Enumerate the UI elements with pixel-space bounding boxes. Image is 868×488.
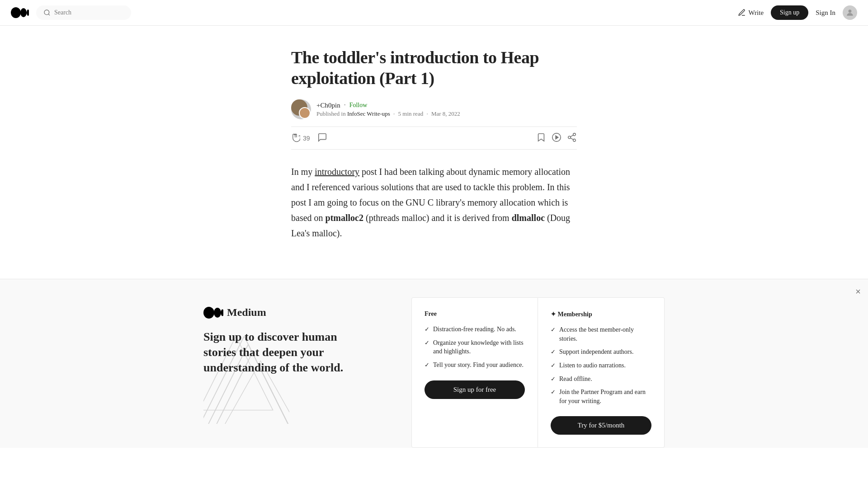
nav-right: Write Sign up Sign In (738, 5, 858, 20)
article: The toddler's introduction to Heap explo… (280, 26, 588, 279)
nav-left (11, 5, 131, 20)
article-body: In my introductory post I had been talki… (291, 164, 577, 241)
membership-plan-label: ✦ Membership (551, 310, 651, 318)
svg-point-15 (214, 308, 221, 318)
svg-point-11 (573, 139, 576, 142)
signup-button[interactable]: Sign up (771, 5, 808, 20)
svg-point-14 (203, 307, 214, 319)
svg-point-0 (11, 7, 21, 18)
comment-button[interactable] (317, 132, 327, 144)
check-icon-3: ✓ (425, 361, 429, 369)
svg-point-9 (573, 133, 576, 136)
svg-marker-17 (203, 336, 289, 424)
check-icon-7: ✓ (551, 375, 556, 383)
medium-logo-icon (11, 7, 29, 18)
user-icon (845, 8, 854, 17)
free-feature-2: ✓ Organize your knowledge with lists and… (425, 338, 525, 356)
introductory-link[interactable]: introductory (315, 167, 359, 177)
clap-count: 39 (303, 135, 310, 142)
author-info: +Ch0pin · Follow Published in InfoSec Wr… (316, 101, 460, 117)
navbar: Write Sign up Sign In (0, 0, 868, 26)
svg-marker-8 (556, 136, 558, 139)
free-plan-features: ✓ Distraction-free reading. No ads. ✓ Or… (425, 325, 525, 369)
svg-point-6 (299, 108, 310, 118)
dlmalloc-text: dlmalloc (512, 213, 545, 223)
membership-plan-card: ✦ Membership ✓ Access the best member-on… (538, 297, 665, 448)
search-box[interactable] (36, 5, 131, 20)
ptmalloc-text: ptmalloc2 (326, 213, 363, 223)
follow-button[interactable]: Follow (349, 102, 368, 109)
svg-point-3 (44, 10, 49, 15)
svg-point-16 (221, 309, 224, 316)
free-plan-label: Free (425, 310, 525, 318)
medium-logo[interactable] (11, 7, 29, 18)
author-name-row: +Ch0pin · Follow (316, 101, 460, 109)
paid-feature-1: ✓ Access the best member-only stories. (551, 325, 651, 343)
signin-button[interactable]: Sign In (816, 9, 835, 17)
search-icon (43, 9, 51, 16)
svg-point-1 (20, 8, 27, 17)
free-feature-3: ✓ Tell your story. Find your audience. (425, 361, 525, 370)
comment-icon (317, 132, 327, 142)
body-intro: In my (291, 167, 315, 177)
action-right (536, 132, 577, 144)
article-paragraph-1: In my introductory post I had been talki… (291, 164, 577, 241)
bookmark-icon (536, 132, 546, 142)
body-p1-middle: (pthreads malloc) and it is derived from (363, 213, 512, 223)
share-icon (567, 132, 577, 142)
paid-feature-3: ✓ Listen to audio narrations. (551, 361, 651, 370)
decorative-triangles (203, 336, 289, 424)
svg-line-12 (571, 138, 573, 140)
bookmark-button[interactable] (536, 132, 546, 144)
overlay-inner: Medium Sign up to discover human stories… (185, 297, 683, 448)
svg-point-4 (849, 9, 852, 13)
listen-button[interactable] (552, 132, 561, 144)
check-icon-2: ✓ (425, 339, 429, 347)
action-bar: 39 (291, 127, 577, 150)
clap-icon (291, 134, 300, 143)
close-button[interactable]: × (855, 286, 861, 297)
medium-logo-large-text: Medium (227, 306, 266, 319)
svg-marker-18 (207, 344, 289, 424)
author-avatar-icon (291, 99, 311, 119)
plans-container: Free ✓ Distraction-free reading. No ads.… (411, 297, 665, 448)
signup-overlay: × Medium Sign up to discover human stori… (0, 279, 868, 448)
svg-marker-21 (224, 361, 289, 424)
medium-logo-large-icon (203, 307, 223, 319)
check-icon-4: ✓ (551, 326, 556, 334)
write-button[interactable]: Write (738, 9, 764, 17)
overlay-left: Medium Sign up to discover human stories… (203, 297, 411, 424)
paid-feature-5: ✓ Join the Partner Program and earn for … (551, 388, 651, 405)
publication-link[interactable]: InfoSec Write-ups (347, 110, 390, 117)
author-name[interactable]: +Ch0pin (316, 102, 340, 109)
search-input[interactable] (54, 9, 124, 16)
publish-date: Mar 8, 2022 (431, 110, 460, 117)
share-button[interactable] (567, 132, 577, 144)
author-meta: Published in InfoSec Write-ups · 5 min r… (316, 110, 460, 117)
signup-free-button[interactable]: Sign up for free (425, 380, 525, 399)
clap-button[interactable]: 39 (291, 134, 310, 143)
write-label: Write (749, 9, 764, 17)
signup-paid-button[interactable]: Try for $5/month (551, 416, 651, 435)
write-icon (738, 9, 746, 17)
avatar[interactable] (843, 5, 857, 20)
author-avatar[interactable] (291, 99, 311, 119)
medium-logo-large: Medium (203, 306, 393, 319)
check-icon-5: ✓ (551, 348, 556, 356)
svg-line-13 (571, 135, 573, 137)
svg-point-2 (27, 9, 29, 16)
play-icon (552, 132, 561, 142)
check-icon-8: ✓ (551, 388, 556, 396)
check-icon-6: ✓ (551, 361, 556, 370)
meta-dot-1: · (393, 110, 395, 117)
membership-plan-features: ✓ Access the best member-only stories. ✓… (551, 325, 651, 405)
author-separator: · (344, 101, 346, 109)
read-time: 5 min read (398, 110, 424, 117)
free-feature-1: ✓ Distraction-free reading. No ads. (425, 325, 525, 334)
meta-dot-2: · (426, 110, 428, 117)
paid-feature-4: ✓ Read offline. (551, 375, 651, 384)
svg-point-10 (568, 136, 571, 139)
action-left: 39 (291, 132, 327, 144)
paid-feature-2: ✓ Support independent authors. (551, 347, 651, 357)
free-plan-card: Free ✓ Distraction-free reading. No ads.… (411, 297, 538, 448)
